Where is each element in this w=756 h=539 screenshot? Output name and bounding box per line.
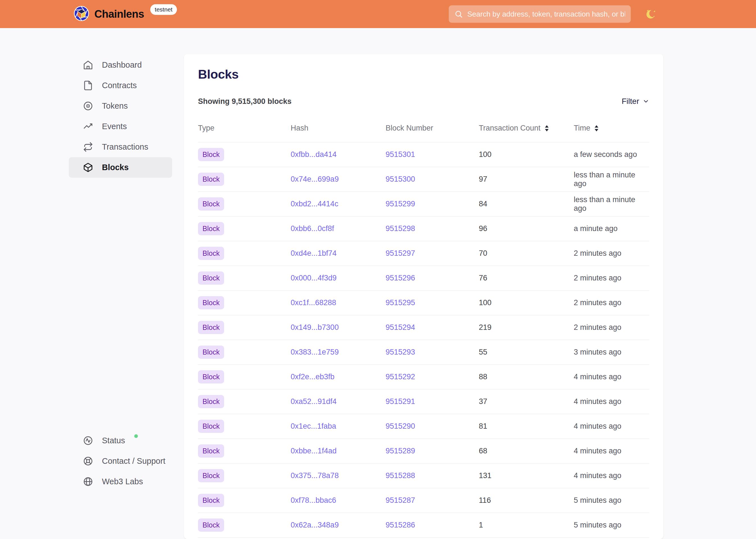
block-number-cell: 9515291 [385,397,479,406]
block-hash-link[interactable]: 0xd4e...1bf74 [291,249,337,258]
time-cell: less than a minute ago [574,171,649,188]
status-online-dot [134,434,138,438]
activity-circle-icon [83,435,93,446]
cube-icon [83,162,93,173]
brand-name: Chainlens [94,8,144,20]
time-cell: a few seconds ago [574,150,649,159]
time-cell: 4 minutes ago [574,397,649,406]
block-hash-link[interactable]: 0xbd2...4414c [291,199,338,208]
table-row: Block 0x000...4f3d9 9515296 76 2 minutes… [198,266,649,290]
brand[interactable]: Chainlens testnet [74,6,177,23]
table-row: Block 0x149...b7300 9515294 219 2 minute… [198,315,649,340]
block-number-link[interactable]: 9515301 [385,150,415,159]
filter-label: Filter [622,97,639,106]
block-number-link[interactable]: 9515288 [385,471,415,480]
hash-cell: 0xbb6...0cf8f [291,224,385,233]
block-hash-link[interactable]: 0xa52...91df4 [291,397,337,406]
type-cell: Block [198,469,291,482]
block-number-cell: 9515290 [385,422,479,431]
block-hash-link[interactable]: 0x383...1e759 [291,348,339,356]
type-cell: Block [198,296,291,309]
table-body: Block 0xfbb...da414 9515301 100 a few se… [198,142,649,538]
block-hash-link[interactable]: 0x149...b7300 [291,323,339,332]
block-number-link[interactable]: 9515287 [385,496,415,504]
sidebar-item-contact-support[interactable]: Contact / Support [69,451,172,471]
block-number-link[interactable]: 9515299 [385,199,415,208]
block-hash-link[interactable]: 0x000...4f3d9 [291,274,337,282]
block-number-link[interactable]: 9515297 [385,249,415,258]
time-cell: 4 minutes ago [574,372,649,381]
dark-mode-toggle[interactable] [644,7,659,21]
block-type-badge: Block [198,271,224,285]
block-type-badge: Block [198,321,224,334]
block-number-cell: 9515296 [385,274,479,282]
hash-cell: 0x74e...699a9 [291,175,385,184]
block-hash-link[interactable]: 0x375...78a78 [291,471,339,480]
table-row: Block 0xfbb...da414 9515301 100 a few se… [198,142,649,167]
search-input[interactable] [467,10,625,19]
table-row: Block 0xbbe...1f4ad 9515289 68 4 minutes… [198,439,649,463]
sidebar-item-label: Web3 Labs [102,477,143,486]
sidebar-item-status[interactable]: Status [69,430,172,451]
sidebar-item-label: Transactions [102,142,148,152]
block-number-cell: 9515294 [385,323,479,332]
filter-button[interactable]: Filter [622,97,649,106]
sidebar-item-events[interactable]: Events [69,116,172,137]
column-header-type: Type [198,124,291,132]
block-number-link[interactable]: 9515286 [385,521,415,529]
block-hash-link[interactable]: 0xbb6...0cf8f [291,224,334,233]
block-hash-link[interactable]: 0x62a...348a9 [291,521,339,529]
sidebar-item-tokens[interactable]: Tokens [69,96,172,116]
column-header-transaction-count: Transaction Count [479,124,574,132]
block-hash-link[interactable]: 0xc1f...68288 [291,298,336,307]
transaction-count-cell: 68 [479,447,574,455]
block-number-link[interactable]: 9515300 [385,175,415,183]
transaction-count-cell: 81 [479,422,574,431]
block-number-link[interactable]: 9515295 [385,298,415,307]
transaction-count-cell: 84 [479,199,574,208]
time-cell: 2 minutes ago [574,249,649,258]
block-number-cell: 9515298 [385,224,479,233]
block-type-badge: Block [198,222,224,235]
moon-icon [645,8,658,21]
sidebar-item-label: Contracts [102,81,137,90]
block-type-badge: Block [198,370,224,383]
block-number-link[interactable]: 9515298 [385,224,415,233]
transaction-count-cell: 97 [479,175,574,184]
sidebar-item-contracts[interactable]: Contracts [69,75,172,96]
block-number-link[interactable]: 9515294 [385,323,415,332]
sort-icon-transaction-count[interactable] [544,125,549,132]
block-number-link[interactable]: 9515289 [385,447,415,455]
page: Chainlens testnet [0,0,756,539]
sort-icon-time[interactable] [594,125,599,132]
type-cell: Block [198,370,291,383]
block-number-link[interactable]: 9515292 [385,372,415,381]
block-number-link[interactable]: 9515293 [385,348,415,356]
block-hash-link[interactable]: 0xfbb...da414 [291,150,337,159]
transaction-count-cell: 219 [479,323,574,332]
sidebar-item-transactions[interactable]: Transactions [69,137,172,157]
block-hash-link[interactable]: 0xbbe...1f4ad [291,447,337,455]
search-box[interactable] [449,5,631,23]
block-type-badge: Block [198,518,224,532]
block-type-badge: Block [198,420,224,433]
repeat-arrows-icon [83,142,93,152]
block-hash-link[interactable]: 0x74e...699a9 [291,175,339,183]
block-number-link[interactable]: 9515290 [385,422,415,430]
block-number-cell: 9515293 [385,348,479,356]
block-hash-link[interactable]: 0xf78...bbac6 [291,496,336,504]
block-hash-link[interactable]: 0x1ec...1faba [291,422,336,430]
type-cell: Block [198,346,291,359]
block-number-link[interactable]: 9515296 [385,274,415,282]
sidebar-item-blocks[interactable]: Blocks [69,157,172,178]
block-hash-link[interactable]: 0xf2e...eb3fb [291,372,334,381]
transaction-count-cell: 37 [479,397,574,406]
table-row: Block 0xbb6...0cf8f 9515298 96 a minute … [198,216,649,241]
time-cell: 4 minutes ago [574,471,649,480]
block-number-link[interactable]: 9515291 [385,397,415,406]
table-row: Block 0xd4e...1bf74 9515297 70 2 minutes… [198,241,649,266]
sidebar-item-web3-labs[interactable]: Web3 Labs [69,471,172,492]
type-cell: Block [198,222,291,235]
sidebar-item-dashboard[interactable]: Dashboard [69,55,172,75]
block-number-cell: 9515286 [385,521,479,529]
